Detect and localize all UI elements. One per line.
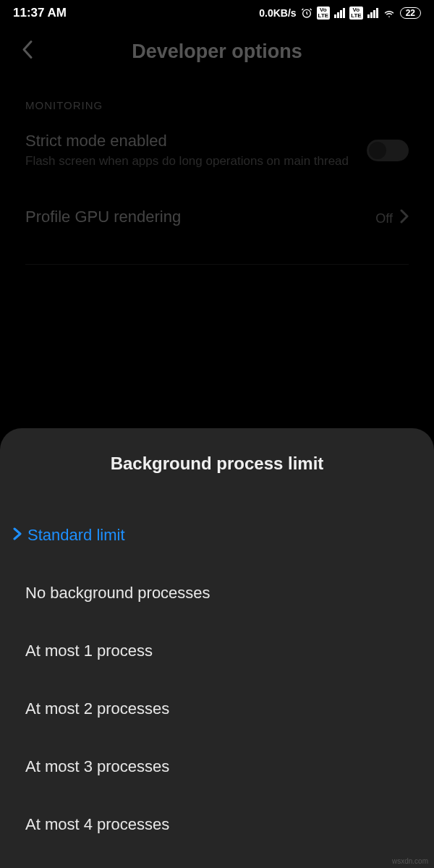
data-rate: 0.0KB/s — [259, 7, 296, 19]
sheet-option-label: Standard limit — [27, 526, 125, 545]
setting-title: Strict mode enabled — [25, 132, 367, 150]
setting-title: Profile GPU rendering — [25, 208, 375, 226]
alarm-icon — [301, 7, 312, 19]
sheet-option-label: No background processes — [25, 584, 210, 603]
strict-mode-toggle[interactable] — [367, 140, 409, 161]
sheet-option-label: At most 4 processes — [25, 815, 169, 834]
sheet-option[interactable]: At most 1 process — [0, 622, 434, 680]
bottom-sheet: Background process limit Standard limitN… — [0, 428, 434, 868]
volte-icon-2: VoLTE — [349, 7, 363, 20]
setting-desc: Flash screen when apps do long operation… — [25, 153, 367, 169]
sheet-option[interactable]: At most 3 processes — [0, 738, 434, 796]
header: Developer options — [0, 26, 434, 77]
setting-strict-mode[interactable]: Strict mode enabled Flash screen when ap… — [0, 119, 434, 182]
signal-icon-2 — [367, 8, 378, 18]
section-label: MONITORING — [0, 77, 434, 119]
wifi-icon — [383, 7, 396, 20]
watermark: wsxdn.com — [392, 857, 428, 865]
status-bar: 11:37 AM 0.0KB/s VoLTE VoLTE 22 — [0, 0, 434, 26]
battery-icon: 22 — [400, 7, 421, 19]
chevron-right-icon — [400, 209, 409, 228]
status-time: 11:37 AM — [13, 6, 67, 20]
setting-gpu-rendering[interactable]: Profile GPU rendering Off — [0, 182, 434, 242]
sheet-option-label: At most 1 process — [25, 642, 153, 660]
divider — [25, 264, 409, 265]
sheet-title: Background process limit — [0, 454, 434, 474]
setting-value: Off — [375, 211, 393, 226]
chevron-right-icon — [13, 527, 22, 544]
status-right: 0.0KB/s VoLTE VoLTE 22 — [259, 7, 421, 20]
volte-icon-1: VoLTE — [317, 7, 331, 20]
sheet-option[interactable]: At most 4 processes — [0, 796, 434, 854]
sheet-option-label: At most 2 processes — [25, 699, 169, 718]
sheet-option-label: At most 3 processes — [25, 757, 169, 776]
sheet-option[interactable]: At most 2 processes — [0, 680, 434, 738]
sheet-option[interactable]: No background processes — [0, 564, 434, 622]
page-title: Developer options — [14, 41, 420, 63]
back-button[interactable] — [22, 39, 33, 64]
signal-icon-1 — [334, 8, 345, 18]
sheet-option[interactable]: Standard limit — [0, 506, 434, 564]
